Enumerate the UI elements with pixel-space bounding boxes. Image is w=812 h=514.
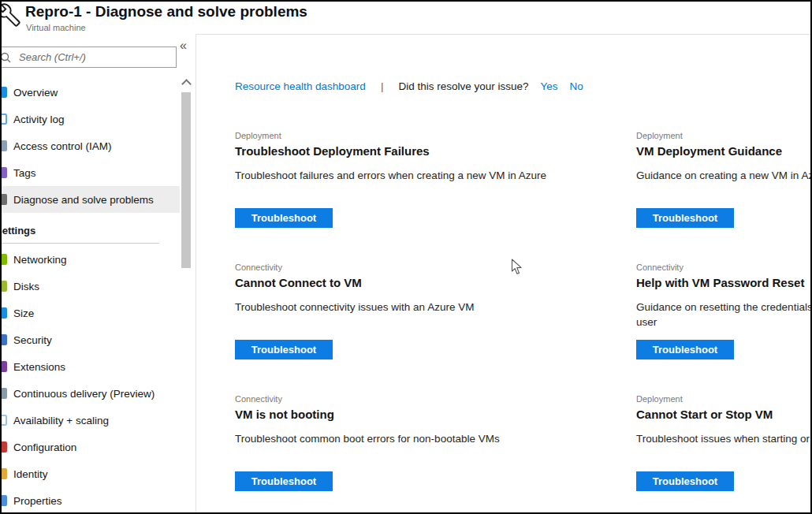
yes-link[interactable]: Yes — [540, 79, 557, 95]
networking-icon — [0, 254, 7, 265]
sidebar-item-networking[interactable]: Networking — [2, 246, 180, 273]
card-description: Troubleshoot failures and errors when cr… — [235, 168, 613, 198]
sidebar-item-properties[interactable]: Properties — [2, 487, 180, 514]
card-title: VM Deployment Guidance — [636, 143, 810, 159]
card-category: Connectivity — [235, 394, 613, 404]
overview-icon — [0, 87, 7, 98]
sidebar-item-label: Continuous delivery (Preview) — [13, 388, 155, 400]
settings-divider — [0, 243, 159, 244]
nav-list-general: Overview Activity log Access control (IA… — [2, 79, 180, 213]
sidebar-item-label: Access control (IAM) — [13, 140, 112, 152]
card-description: Troubleshoot issues when starting or sto… — [636, 431, 810, 461]
page-title: Repro-1 - Diagnose and solve problems — [25, 3, 307, 20]
activity-log-icon — [0, 114, 7, 125]
sidebar-item-tags[interactable]: Tags — [2, 159, 180, 186]
card-title: Help with VM Password Reset — [636, 275, 810, 291]
troubleshoot-card-cannot-connect-to-vm: Connectivity Cannot Connect to VM Troubl… — [235, 263, 613, 359]
troubleshoot-button[interactable]: Troubleshoot — [636, 340, 734, 359]
sidebar-item-security[interactable]: Security — [2, 326, 180, 353]
main-content: Resource health dashboard | Did this res… — [196, 34, 810, 512]
card-category: Deployment — [235, 131, 613, 141]
sidebar-item-disks[interactable]: Disks — [2, 273, 180, 300]
sidebar-item-label: Tags — [13, 167, 36, 179]
access-control-icon — [0, 140, 7, 151]
identity-icon — [0, 468, 7, 479]
extensions-icon — [0, 361, 7, 372]
sidebar-item-configuration[interactable]: Configuration — [2, 434, 180, 460]
sidebar-item-label: Configuration — [13, 441, 76, 453]
sidebar-scrollbar[interactable] — [181, 76, 192, 512]
search-input[interactable] — [17, 50, 176, 64]
troubleshoot-button[interactable]: Troubleshoot — [235, 340, 333, 359]
sidebar-nav: Overview Activity log Access control (IA… — [2, 79, 180, 514]
sidebar-item-availability-scaling[interactable]: Availability + scaling — [2, 407, 180, 434]
configuration-icon — [0, 441, 7, 453]
sidebar-item-continuous-delivery-preview[interactable]: Continuous delivery (Preview) — [2, 380, 180, 407]
card-category: Connectivity — [235, 263, 613, 273]
scroll-up-icon[interactable] — [181, 79, 192, 89]
resolve-question: Did this resolve your issue? — [398, 79, 528, 95]
sidebar-item-label: Extensions — [13, 361, 65, 373]
card-category: Connectivity — [636, 263, 810, 273]
sidebar: « Overview Activity log Access control (… — [2, 34, 196, 512]
sidebar-item-label: Availability + scaling — [13, 415, 109, 426]
sidebar-item-label: Size — [13, 307, 34, 319]
blade-header: Repro-1 - Diagnose and solve problems Vi… — [2, 2, 810, 35]
azure-portal-blade: Repro-1 - Diagnose and solve problems Vi… — [0, 0, 812, 514]
page-subtitle: Virtual machine — [26, 23, 86, 32]
properties-icon — [0, 495, 7, 506]
sidebar-search-box — [0, 47, 177, 68]
card-title: Cannot Connect to VM — [235, 275, 613, 291]
sidebar-item-extensions[interactable]: Extensions — [2, 353, 180, 380]
card-description: Guidance on resetting the credentials of… — [636, 300, 810, 330]
wrench-icon — [0, 3, 20, 27]
sidebar-item-label: Networking — [13, 254, 67, 266]
settings-heading: Settings — [0, 225, 180, 237]
sidebar-item-activity-log[interactable]: Activity log — [2, 106, 180, 132]
troubleshoot-card-help-with-vm-password-reset: Connectivity Help with VM Password Reset… — [636, 263, 810, 359]
size-icon — [0, 307, 7, 318]
sidebar-item-diagnose-and-solve-problems[interactable]: Diagnose and solve problems — [2, 186, 180, 213]
troubleshoot-card-cannot-start-or-stop-vm: Deployment Cannot Start or Stop VM Troub… — [636, 394, 810, 491]
sidebar-item-label: Diagnose and solve problems — [13, 194, 154, 206]
sidebar-item-identity[interactable]: Identity — [2, 460, 180, 487]
health-toolbar: Resource health dashboard | Did this res… — [235, 79, 810, 95]
sidebar-item-label: Properties — [13, 495, 62, 507]
search-icon — [0, 52, 11, 63]
sidebar-item-label: Disks — [13, 281, 39, 292]
troubleshoot-card-grid: Deployment Troubleshoot Deployment Failu… — [235, 131, 810, 491]
troubleshoot-button[interactable]: Troubleshoot — [636, 471, 734, 491]
card-category: Deployment — [636, 394, 810, 404]
card-description: Troubleshoot connectivity issues with an… — [235, 300, 613, 330]
scrollbar-thumb[interactable] — [181, 92, 191, 268]
card-description: Guidance on creating a new VM in Azure — [636, 168, 810, 198]
security-icon — [0, 334, 7, 345]
resource-health-dashboard-link[interactable]: Resource health dashboard — [235, 79, 366, 95]
continuous-delivery-icon — [0, 388, 7, 399]
card-description: Troubleshoot common boot errors for non-… — [235, 431, 613, 461]
sidebar-item-size[interactable]: Size — [2, 300, 180, 326]
sidebar-item-overview[interactable]: Overview — [2, 79, 180, 106]
no-link[interactable]: No — [570, 79, 583, 95]
card-title: Cannot Start or Stop VM — [636, 407, 810, 423]
sidebar-item-label: Identity — [13, 468, 48, 480]
card-title: VM is not booting — [235, 407, 613, 423]
card-category: Deployment — [636, 131, 810, 141]
troubleshoot-card-vm-is-not-booting: Connectivity VM is not booting Troublesh… — [235, 394, 613, 491]
diagnose-icon — [0, 194, 7, 205]
availability-scaling-icon — [0, 415, 7, 426]
troubleshoot-button[interactable]: Troubleshoot — [235, 208, 333, 228]
tags-icon — [0, 167, 7, 178]
nav-list-settings: Networking Disks Size Security Extension… — [2, 246, 180, 514]
sidebar-item-label: Overview — [13, 87, 58, 99]
troubleshoot-button[interactable]: Troubleshoot — [235, 471, 333, 491]
sidebar-item-access-control-iam[interactable]: Access control (IAM) — [2, 132, 180, 159]
sidebar-item-label: Security — [13, 334, 52, 346]
troubleshoot-button[interactable]: Troubleshoot — [636, 208, 734, 228]
sidebar-item-label: Activity log — [13, 114, 65, 125]
disks-icon — [0, 281, 7, 292]
troubleshoot-card-vm-deployment-guidance: Deployment VM Deployment Guidance Guidan… — [636, 131, 810, 228]
card-title: Troubleshoot Deployment Failures — [235, 143, 613, 159]
troubleshoot-card-troubleshoot-deployment-failures: Deployment Troubleshoot Deployment Failu… — [235, 131, 613, 228]
collapse-sidebar-button[interactable]: « — [180, 39, 187, 53]
